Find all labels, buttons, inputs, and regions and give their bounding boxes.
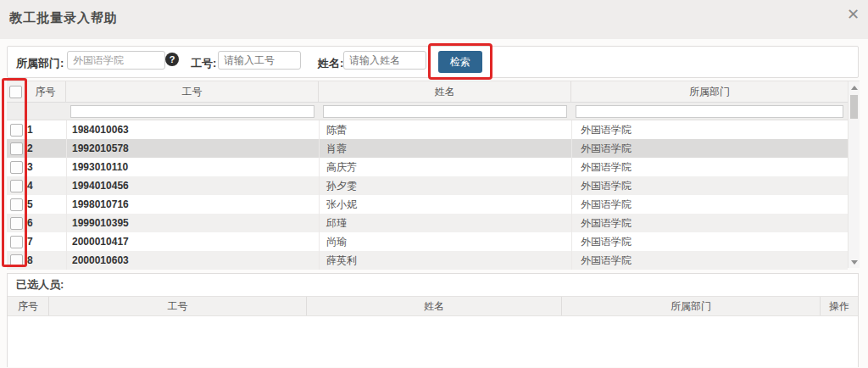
sel-header-action: 操作	[821, 297, 858, 315]
cell-name: 高庆芳	[319, 158, 571, 176]
sel-header-empno: 工号	[49, 297, 307, 315]
cell-dept: 外国语学院	[571, 214, 848, 232]
row-checkbox[interactable]	[10, 124, 23, 137]
table-row[interactable]: 5 1998010716 张小妮 外国语学院	[7, 195, 848, 214]
table-row[interactable]: 1 1984010063 陈蕾 外国语学院	[7, 120, 848, 139]
cell-dept: 外国语学院	[571, 176, 848, 195]
scroll-up-icon[interactable]	[849, 81, 860, 93]
header-dept: 所属部门	[571, 81, 848, 102]
row-checkbox[interactable]	[10, 161, 23, 174]
cell-empno: 1998010716	[66, 195, 319, 214]
modal-title: 教工批量录入帮助	[9, 10, 118, 26]
sel-header-name: 姓名	[307, 297, 562, 315]
empno-input[interactable]	[218, 51, 301, 70]
dept-label: 所属部门:	[16, 56, 64, 71]
cell-seq: 3	[25, 161, 66, 173]
cell-seq: 7	[25, 236, 66, 248]
results-table: 序号 工号 姓名 所属部门 1 1984010063 陈蕾 外国语学院 2 19…	[7, 81, 860, 267]
cell-empno: 2000010603	[66, 251, 319, 270]
cell-dept: 外国语学院	[571, 195, 848, 214]
row-checkbox[interactable]	[10, 217, 23, 230]
table-row[interactable]: 3 1993010110 高庆芳 外国语学院	[7, 158, 848, 176]
select-all-checkbox[interactable]	[9, 86, 22, 98]
cell-name: 邱瑾	[319, 214, 571, 232]
dept-filter-input[interactable]	[576, 105, 843, 118]
cell-empno: 1984010063	[66, 120, 319, 139]
cell-dept: 外国语学院	[571, 251, 848, 270]
cell-name: 张小妮	[319, 195, 571, 214]
selected-people-panel: 已选人员: 序号 工号 姓名 所属部门 操作	[7, 273, 859, 367]
cell-dept: 外国语学院	[571, 139, 848, 158]
row-checkbox[interactable]	[10, 180, 23, 192]
name-label: 姓名:	[318, 56, 343, 71]
staff-batch-entry-modal: 教工批量录入帮助 ✕ 所属部门: ? 工号: 姓名: 检索 序号 工号 姓名 所…	[0, 0, 868, 368]
scroll-down-icon[interactable]	[849, 256, 860, 268]
table-row[interactable]: 6 1999010395 邱瑾 外国语学院	[7, 214, 848, 232]
cell-dept: 外国语学院	[571, 158, 848, 176]
cell-seq: 2	[25, 142, 66, 154]
search-button[interactable]: 检索	[438, 51, 482, 73]
results-body: 1 1984010063 陈蕾 外国语学院 2 1992010578 肖蓉 外国…	[7, 120, 848, 270]
table-row[interactable]: 7 2000010417 尚瑜 外国语学院	[7, 232, 848, 251]
row-checkbox[interactable]	[10, 254, 23, 267]
cell-empno: 1999010395	[66, 214, 319, 232]
cell-name: 肖蓉	[319, 139, 571, 158]
header-seq: 序号	[25, 81, 66, 102]
cell-empno: 1994010456	[66, 176, 319, 195]
cell-dept: 外国语学院	[571, 232, 848, 251]
search-panel: 所属部门: ? 工号: 姓名: 检索	[7, 46, 859, 78]
cell-empno: 2000010417	[66, 232, 319, 251]
scrollbar-thumb[interactable]	[850, 95, 858, 119]
name-filter-input[interactable]	[323, 105, 567, 118]
help-icon[interactable]: ?	[165, 53, 179, 66]
selected-header-row: 序号 工号 姓名 所属部门 操作	[8, 296, 858, 316]
empno-label: 工号:	[191, 56, 216, 71]
cell-seq: 5	[25, 198, 66, 210]
empno-filter-input[interactable]	[70, 105, 314, 118]
table-row[interactable]: 2 1992010578 肖蓉 外国语学院	[7, 139, 848, 158]
results-header-row: 序号 工号 姓名 所属部门	[7, 81, 848, 103]
table-row[interactable]: 4 1994010456 孙夕雯 外国语学院	[7, 176, 848, 195]
selected-title: 已选人员:	[8, 274, 858, 296]
filter-row	[7, 103, 848, 120]
sel-header-seq: 序号	[8, 297, 49, 315]
close-icon[interactable]: ✕	[847, 6, 860, 23]
cell-seq: 4	[25, 180, 66, 192]
header-empno: 工号	[66, 81, 319, 102]
selected-body-empty	[8, 316, 858, 367]
cell-name: 尚瑜	[319, 232, 571, 251]
cell-seq: 6	[25, 217, 66, 229]
cell-name: 陈蕾	[319, 120, 571, 139]
vertical-scrollbar[interactable]	[848, 81, 860, 268]
row-checkbox[interactable]	[10, 198, 23, 211]
table-row[interactable]: 8 2000010603 薛英利 外国语学院	[7, 251, 848, 270]
cell-empno: 1992010578	[66, 139, 319, 158]
cell-seq: 1	[25, 124, 66, 136]
cell-empno: 1993010110	[66, 158, 319, 176]
modal-header: 教工批量录入帮助 ✕	[0, 0, 868, 39]
row-checkbox[interactable]	[10, 236, 23, 248]
row-checkbox[interactable]	[10, 142, 23, 155]
header-name: 姓名	[319, 81, 571, 102]
cell-name: 薛英利	[319, 251, 571, 270]
dept-input[interactable]	[67, 51, 165, 70]
sel-header-dept: 所属部门	[562, 297, 821, 315]
cell-name: 孙夕雯	[319, 176, 571, 195]
cell-dept: 外国语学院	[571, 120, 848, 139]
name-input[interactable]	[343, 51, 426, 70]
cell-seq: 8	[25, 254, 66, 266]
